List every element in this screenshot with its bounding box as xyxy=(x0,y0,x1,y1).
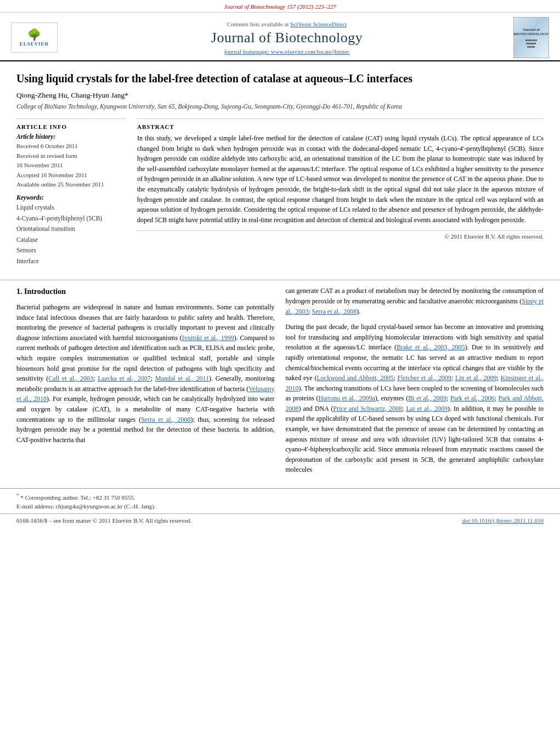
sciverse-line: Contents lists available at SciVerse Sci… xyxy=(67,21,507,27)
intro-paragraph-1: Bacterial pathogens are widespread in na… xyxy=(16,302,275,445)
article-affiliation: College of BioNano Technology, Kyungwon … xyxy=(16,102,544,111)
ref-price[interactable]: Price and Schwartz, 2008 xyxy=(333,405,402,412)
header-center: Contents lists available at SciVerse Sci… xyxy=(67,21,507,55)
elsevier-logo: 🌳 ELSEVIER xyxy=(11,22,60,53)
ref-lin[interactable]: Lin et al., 2009 xyxy=(455,374,497,382)
keywords-label: Keywords: xyxy=(16,194,126,201)
body-right-column: can generate CAT as a product of metabol… xyxy=(286,286,544,480)
available-date: Available online 25 November 2011 xyxy=(16,181,104,188)
journal-ref: Journal of Biotechnology 157 (2012) 223–… xyxy=(224,3,336,10)
article-title: Using liquid crystals for the label-free… xyxy=(16,71,544,86)
homepage-url[interactable]: www.elsevier.com/locate/jbiotec xyxy=(271,48,349,55)
keywords-list: Liquid crystals4-Cyano-4′-pentylbiphenyl… xyxy=(16,202,126,267)
footnote-area: * * Corresponding author. Tel.: +82 31 7… xyxy=(0,488,560,513)
abstract-column: ABSTRACT In this study, we developed a s… xyxy=(137,118,544,267)
footnote-email: E-mail address: chjung4u@kyungwon.ac.kr … xyxy=(16,502,544,511)
intro-paragraph-3: During the past decade, the liquid cryst… xyxy=(286,322,544,475)
main-header: 🌳 ELSEVIER Contents lists available at S… xyxy=(0,13,560,61)
body-left-column: 1. Introduction Bacterial pathogens are … xyxy=(16,286,275,480)
ref-serra1[interactable]: Serra et al., 2008 xyxy=(141,416,190,423)
elsevier-label: ELSEVIER xyxy=(20,41,49,47)
revised-date: 10 November 2011 xyxy=(16,162,63,168)
elsevier-tree-icon: 🌳 xyxy=(27,29,41,40)
article-authors: Qiong-Zheng Hu, Chang-Hyun Jang* xyxy=(16,91,544,100)
journal-homepage: journal homepage: www.elsevier.com/locat… xyxy=(67,48,507,55)
article-history-group: Article history: Received 6 October 2011… xyxy=(16,133,126,190)
keyword-item: Catalase xyxy=(16,235,126,246)
ref-lazcka[interactable]: Lazcka et al., 2007 xyxy=(98,375,150,382)
intro-title: 1. Introduction xyxy=(16,286,275,298)
copyright-line: © 2011 Elsevier B.V. All rights reserved… xyxy=(137,230,544,240)
article-content: Using liquid crystals for the label-free… xyxy=(0,61,560,272)
ref-call[interactable]: Call et al., 2003 xyxy=(48,375,93,382)
two-col-section: ARTICLE INFO Article history: Received 6… xyxy=(16,118,544,267)
intro-label: Introduction xyxy=(24,287,66,296)
sciverse-link[interactable]: SciVerse ScienceDirect xyxy=(290,21,347,27)
intro-num: 1. xyxy=(16,287,22,296)
keyword-item: 4-Cyano-4′-pentylbiphenyl (5CB) xyxy=(16,213,126,224)
ref-bi[interactable]: Bi et al., 2009 xyxy=(408,394,446,402)
page-footer: 0168-1656/$ – see front matter © 2011 El… xyxy=(0,513,560,527)
footnote-corresponding-text: * Corresponding author. Tel.: +82 31 750… xyxy=(20,494,135,501)
ref-ivnitski[interactable]: Ivnitski et al., 1999 xyxy=(182,334,234,342)
article-dates: Received 6 October 2011 Received in revi… xyxy=(16,142,126,190)
received-revised-label: Received in revised form xyxy=(16,152,77,159)
abstract-header: ABSTRACT xyxy=(137,123,544,130)
article-history-label: Article history: xyxy=(16,133,126,140)
ref-fletcher[interactable]: Fletcher et al., 2009 xyxy=(398,374,451,382)
journal-title: Journal of Biotechnology xyxy=(67,30,507,46)
ref-mandal[interactable]: Mandal et al., 2011 xyxy=(155,375,209,382)
footnote-email-text: E-mail address: chjung4u@kyungwon.ac.kr … xyxy=(16,503,156,510)
thumb-title: Journal ofBIOTECHNOLOGY xyxy=(514,27,549,36)
intro-paragraph-2: can generate CAT as a product of metabol… xyxy=(286,286,544,316)
received-date: Received 6 October 2011 xyxy=(16,143,78,149)
ref-hartono[interactable]: Hartono et al., 2009a xyxy=(319,394,375,402)
ref-velusamy[interactable]: Velusamy et al., 2010 xyxy=(16,385,275,403)
homepage-text: journal homepage: xyxy=(224,48,271,55)
ref-brake1[interactable]: Brake et al., 2003, 2005 xyxy=(397,343,465,351)
elsevier-logo-box: 🌳 ELSEVIER xyxy=(11,22,58,53)
body-content: 1. Introduction Bacterial pathogens are … xyxy=(0,286,560,486)
abstract-text: In this study, we developed a simple lab… xyxy=(137,133,544,225)
journal-thumbnail: Journal ofBIOTECHNOLOGY ■■■■■■■■■■■■■■■ xyxy=(513,17,549,58)
footnote-corresponding: * * Corresponding author. Tel.: +82 31 7… xyxy=(16,492,544,502)
keyword-item: Sensors xyxy=(16,245,126,256)
section-divider xyxy=(0,280,560,280)
ref-lockwood[interactable]: Lockwood and Abbott, 2005 xyxy=(317,374,394,382)
article-info-column: ARTICLE INFO Article history: Received 6… xyxy=(16,118,126,267)
keyword-item: Liquid crystals xyxy=(16,202,126,213)
accepted-date: Accepted 16 November 2011 xyxy=(16,172,87,178)
footer-doi[interactable]: doi:10.1016/j.jbiotec.2011.11.010 xyxy=(462,517,544,524)
footer-issn: 0168-1656/$ – see front matter © 2011 El… xyxy=(16,517,191,524)
ref-lai[interactable]: Lai et al., 2009 xyxy=(406,405,448,412)
sciverse-text: Contents lists available at xyxy=(227,21,290,27)
ref-park1[interactable]: Park et al., 2006 xyxy=(450,394,494,402)
article-info-header: ARTICLE INFO xyxy=(16,123,126,130)
ref-serra2[interactable]: Serra et al., 2008 xyxy=(312,308,357,315)
keyword-item: Interface xyxy=(16,256,126,267)
keyword-item: Orientational transition xyxy=(16,224,126,235)
keywords-group: Keywords: Liquid crystals4-Cyano-4′-pent… xyxy=(16,194,126,267)
thumb-subtitle: ■■■■■■■■■■■■■■■ xyxy=(525,38,538,48)
authors-text: Qiong-Zheng Hu, Chang-Hyun Jang* xyxy=(16,91,128,99)
journal-header-bar: Journal of Biotechnology 157 (2012) 223–… xyxy=(0,0,560,13)
